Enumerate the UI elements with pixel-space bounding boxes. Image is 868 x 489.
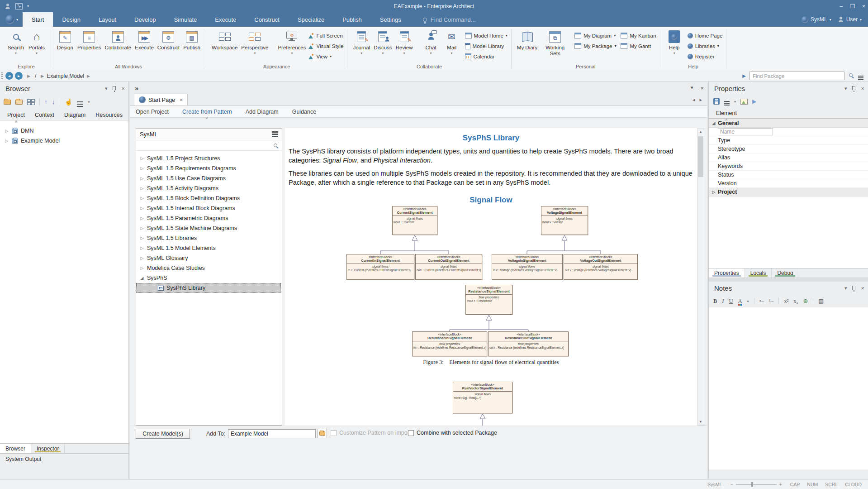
bullet-list-icon[interactable]: •– xyxy=(759,298,764,305)
browser-dropdown-icon[interactable]: ▾ xyxy=(105,86,108,91)
properties-button[interactable]: ≡ Properties xyxy=(76,29,103,51)
left-splitter[interactable] xyxy=(129,82,130,479)
design-button[interactable]: ✎ Design xyxy=(55,29,76,51)
insert-document-icon[interactable]: ▤ xyxy=(818,297,824,305)
pattern-item-sysml-1-5-state-machine-diagrams[interactable]: ▷SysML 1.5 State Machine Diagrams xyxy=(136,223,282,233)
pattern-item-sysml-1-5-internal-block-diagrams[interactable]: ▷SysML 1.5 Internal Block Diagrams xyxy=(136,203,282,213)
pattern-item-sysml-1-5-activity-diagrams[interactable]: ▷SysML 1.5 Activity Diagrams xyxy=(136,183,282,193)
save-icon[interactable] xyxy=(713,98,720,105)
ribbon-tab-publish[interactable]: Publish xyxy=(333,12,371,27)
properties-dropdown-icon[interactable]: ▾ xyxy=(844,86,847,91)
publish-button[interactable]: ▤ Publish xyxy=(181,29,202,51)
hyperlink-icon[interactable]: ⊛ xyxy=(803,297,808,305)
ribbon-tab-settings[interactable]: Settings xyxy=(371,12,410,27)
status-perspective[interactable]: SysML xyxy=(707,482,722,487)
toolbar-drag-handle[interactable] xyxy=(1,72,3,80)
pattern-item-sysml-1-5-use-case-diagrams[interactable]: ▷SysML 1.5 Use Case Diagrams xyxy=(136,173,282,183)
diagram-block-currentinsignalelement[interactable]: «interfaceBlock»CurrentInSignalElementsi… xyxy=(346,254,414,280)
pattern-item-modelica-case-studies[interactable]: ▷Modelica Case Studies xyxy=(136,263,282,273)
superscript-icon[interactable]: x² xyxy=(784,298,788,305)
pattern-item-sysml-1-5-requirements-diagrams[interactable]: ▷SysML 1.5 Requirements Diagrams xyxy=(136,163,282,173)
portals-button[interactable]: ⌂ Portals ▾ xyxy=(26,29,47,55)
pattern-item-sysml-1-5-project-structures[interactable]: ▷SysML 1.5 Project Structures xyxy=(136,153,282,163)
expand-icon[interactable]: ▷ xyxy=(140,166,144,171)
forward-icon[interactable]: ▶ xyxy=(752,98,756,105)
diagram-block-resistanceoutsignalelement[interactable]: «interfaceBlock»ResistanceOutSignalEleme… xyxy=(488,331,569,356)
property-row-alias[interactable]: Alias xyxy=(709,153,868,162)
diagram-block-resistancesignalelement[interactable]: «interfaceBlock»ResistanceSignalElementf… xyxy=(465,285,512,315)
customize-pattern-checkbox-box[interactable] xyxy=(331,430,337,436)
move-up-icon[interactable]: ↑ xyxy=(44,98,47,105)
open-folder-icon[interactable] xyxy=(15,100,23,105)
property-row-type[interactable]: Type xyxy=(709,136,868,145)
property-row-keywords[interactable]: Keywords xyxy=(709,162,868,171)
ribbon-tab-start[interactable]: Start xyxy=(23,12,53,27)
properties-close-icon[interactable]: × xyxy=(861,85,864,92)
home-page-button[interactable]: Home Page xyxy=(688,30,723,41)
browser-tab-resources[interactable]: Resources xyxy=(91,110,127,120)
expand-icon[interactable]: ▷ xyxy=(140,206,144,211)
diagram-block-currentoutsignalelement[interactable]: «interfaceBlock»CurrentOutSignalElements… xyxy=(415,254,482,280)
subtab-guidance[interactable]: Guidance xyxy=(292,106,317,117)
close-icon[interactable]: × xyxy=(862,3,865,10)
browser-menu-icon[interactable] xyxy=(77,101,83,103)
notes-editor[interactable] xyxy=(709,307,868,470)
document-list-chevron-icon[interactable]: » xyxy=(135,84,138,92)
nav-back-button[interactable]: ◂ xyxy=(5,72,13,80)
register-button[interactable]: Register xyxy=(688,51,723,62)
breadcrumb[interactable]: Example Model xyxy=(47,73,84,79)
mail-button[interactable]: ✉ Mail ▾ xyxy=(441,29,462,55)
zoom-knob[interactable] xyxy=(751,482,753,487)
subtab-add-diagram[interactable]: Add Diagram xyxy=(246,106,279,117)
journal-button[interactable]: ✎ Journal ▾ xyxy=(351,29,372,55)
execute-button[interactable]: ▶▶ Execute xyxy=(133,29,156,51)
numbered-list-icon[interactable]: ¹– xyxy=(769,298,773,305)
underline-icon[interactable]: U xyxy=(729,298,733,305)
user-menu-button[interactable]: User ▾ xyxy=(838,16,862,23)
workspace-button[interactable]: Workspace xyxy=(210,29,239,51)
find-package-box[interactable] xyxy=(749,72,844,80)
properties-menu-icon[interactable] xyxy=(724,101,730,102)
element-tab[interactable]: Element ∧ xyxy=(711,108,741,118)
notes-close-icon[interactable]: × xyxy=(861,285,864,292)
subscript-icon[interactable]: x₂ xyxy=(793,298,798,305)
image-icon[interactable] xyxy=(740,99,748,105)
property-group-general[interactable]: ◢General xyxy=(709,119,868,128)
model-home-button[interactable]: Model Home ▾ xyxy=(465,30,508,41)
notes-dropdown-icon[interactable]: ▾ xyxy=(844,285,847,291)
select-pointer-icon[interactable]: ☝ xyxy=(65,98,72,105)
expand-icon[interactable]: ▷ xyxy=(140,156,144,161)
expand-icon[interactable]: ▷ xyxy=(140,256,144,260)
tree-item-dmn[interactable]: ▷DMN xyxy=(0,126,128,136)
find-package-input[interactable] xyxy=(749,72,844,80)
pattern-item-sysml-glossary[interactable]: ▷SysML Glossary xyxy=(136,253,282,263)
visual-style-button[interactable]: Visual Style xyxy=(308,41,343,51)
window-menu-icon[interactable] xyxy=(858,76,863,77)
expand-icon[interactable]: ▷ xyxy=(5,129,9,133)
full-screen-button[interactable]: Full Screen xyxy=(308,30,343,41)
scroll-up-icon[interactable]: ▲ xyxy=(697,129,704,135)
properties-tab-locals[interactable]: Locals xyxy=(745,268,772,278)
expand-icon[interactable]: ▷ xyxy=(140,186,144,191)
diagram-block-currentsignalelement[interactable]: «interfaceBlock»CurrentSignalElementsign… xyxy=(392,206,437,235)
ribbon-tab-execute[interactable]: Execute xyxy=(206,12,245,27)
pattern-item-sysml-1-5-model-elements[interactable]: ▷SysML 1.5 Model Elements xyxy=(136,243,282,253)
zoom-in-icon[interactable]: + xyxy=(779,482,782,487)
expand-icon[interactable]: ▷ xyxy=(5,139,9,143)
browser-pin-icon[interactable] xyxy=(113,86,116,90)
ribbon-tab-layout[interactable]: Layout xyxy=(90,12,125,27)
properties-tab-debug[interactable]: Debug xyxy=(772,268,799,278)
collapse-icon[interactable]: ◢ xyxy=(140,276,144,280)
pattern-panel-menu-icon[interactable] xyxy=(272,131,278,133)
expand-icon[interactable]: ▷ xyxy=(140,246,144,250)
libraries-button[interactable]: Libraries ▾ xyxy=(688,41,723,51)
nav-forward-button[interactable]: ▸ xyxy=(15,72,23,80)
browse-package-button[interactable] xyxy=(317,429,327,438)
diagram-block-resistanceinsignalelement[interactable]: «interfaceBlock»ResistanceInSignalElemen… xyxy=(412,331,487,356)
perspective-button[interactable]: SysML ▾ xyxy=(802,16,831,23)
zoom-track[interactable] xyxy=(736,484,777,485)
diagram-tool-icon[interactable] xyxy=(27,99,35,105)
expand-panel-icon[interactable]: ▶ xyxy=(742,73,746,78)
construct-button[interactable]: ⚙ Construct xyxy=(156,29,181,51)
expand-icon[interactable]: ▷ xyxy=(140,226,144,230)
